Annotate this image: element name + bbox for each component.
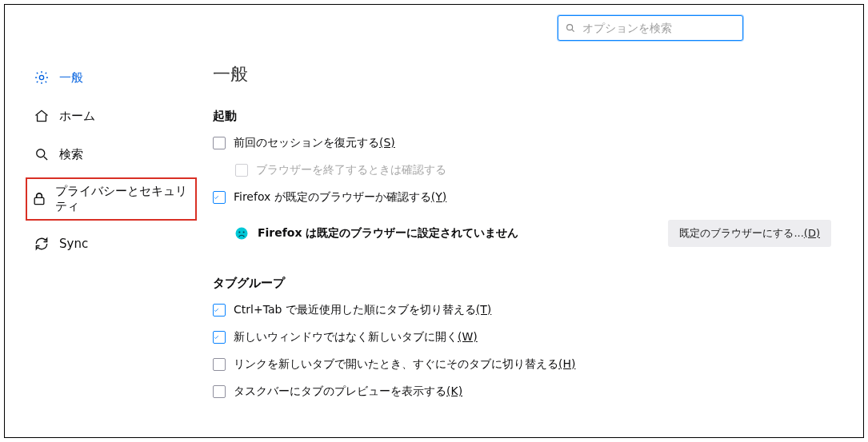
svg-point-6: [236, 228, 248, 240]
option-open-in-new-tab[interactable]: 新しいウィンドウではなく新しいタブに開く(W): [213, 326, 831, 348]
option-label: Ctrl+Tab で最近使用した順にタブを切り替える(T): [234, 303, 491, 317]
option-confirm-on-quit: ブラウザーを終了するときは確認する: [213, 159, 831, 181]
sync-icon: [32, 234, 51, 253]
option-restore-session[interactable]: 前回のセッションを復元する(S): [213, 132, 831, 154]
option-taskbar-preview[interactable]: タスクバーにタブのプレビューを表示する(K): [213, 380, 831, 403]
sidebar-item-general[interactable]: 一般: [32, 62, 213, 93]
default-browser-status-row: Firefox は既定のブラウザーに設定されていません 既定のブラウザーにする.…: [213, 220, 831, 247]
svg-point-8: [243, 231, 245, 233]
svg-line-1: [572, 30, 574, 32]
home-icon: [32, 106, 51, 125]
option-label: 新しいウィンドウではなく新しいタブに開く(W): [234, 330, 478, 344]
sidebar-item-label: 一般: [59, 70, 83, 86]
checkbox[interactable]: [213, 331, 226, 344]
option-label: タスクバーにタブのプレビューを表示する(K): [234, 384, 462, 399]
warning-icon: [234, 225, 250, 241]
lock-icon: [30, 189, 47, 209]
sidebar-item-label: Sync: [59, 237, 88, 251]
section-heading: タブグループ: [213, 276, 831, 291]
search-input[interactable]: [581, 21, 736, 35]
option-label: Firefox が既定のブラウザーか確認する(Y): [234, 190, 446, 205]
section-startup: 起動 前回のセッションを復元する(S) ブラウザーを終了するときは確認する: [213, 109, 831, 247]
make-default-button[interactable]: 既定のブラウザーにする...(D): [668, 220, 831, 247]
option-switch-immediately[interactable]: リンクを新しいタブで開いたとき、すぐにそのタブに切り替える(H): [213, 353, 831, 376]
sidebar-item-home[interactable]: ホーム: [32, 101, 213, 131]
section-heading: 起動: [213, 109, 831, 124]
default-browser-status: Firefox は既定のブラウザーに設定されていません: [258, 226, 518, 241]
checkbox[interactable]: [213, 385, 226, 398]
sidebar: 一般 ホーム 検索: [5, 62, 213, 437]
checkbox[interactable]: [213, 358, 226, 371]
option-ctrl-tab-mru[interactable]: Ctrl+Tab で最近使用した順にタブを切り替える(T): [213, 299, 831, 321]
option-label: ブラウザーを終了するときは確認する: [256, 163, 446, 177]
svg-point-7: [238, 231, 240, 233]
checkbox[interactable]: [213, 191, 226, 204]
checkbox: [235, 164, 248, 177]
sidebar-item-sync[interactable]: Sync: [32, 229, 213, 259]
sidebar-item-privacy-highlight: プライバシーとセキュリティ: [26, 177, 197, 221]
svg-point-2: [39, 75, 43, 79]
svg-line-4: [44, 157, 47, 160]
main-content: 一般 起動 前回のセッションを復元する(S) ブラウザーを終了するときは確認する: [213, 62, 863, 437]
search-icon: [32, 145, 51, 164]
option-label: リンクを新しいタブで開いたとき、すぐにそのタブに切り替える(H): [234, 357, 575, 372]
sidebar-item-search[interactable]: 検索: [32, 139, 213, 169]
option-label: 前回のセッションを復元する(S): [234, 136, 395, 150]
search-options-field[interactable]: [558, 15, 743, 41]
gear-icon: [32, 68, 51, 87]
svg-point-0: [567, 25, 573, 30]
sidebar-item-privacy[interactable]: プライバシーとセキュリティ: [30, 184, 192, 214]
sidebar-item-label: プライバシーとセキュリティ: [55, 184, 192, 214]
option-check-default[interactable]: Firefox が既定のブラウザーか確認する(Y): [213, 186, 831, 209]
page-title: 一般: [213, 62, 831, 86]
svg-point-3: [37, 149, 45, 157]
svg-rect-5: [34, 197, 44, 204]
checkbox[interactable]: [213, 304, 226, 317]
search-icon: [565, 22, 581, 34]
checkbox[interactable]: [213, 137, 226, 149]
section-tab-group: タブグループ Ctrl+Tab で最近使用した順にタブを切り替える(T) 新しい…: [213, 276, 831, 403]
sidebar-item-label: 検索: [59, 147, 83, 162]
sidebar-item-label: ホーム: [59, 109, 95, 124]
